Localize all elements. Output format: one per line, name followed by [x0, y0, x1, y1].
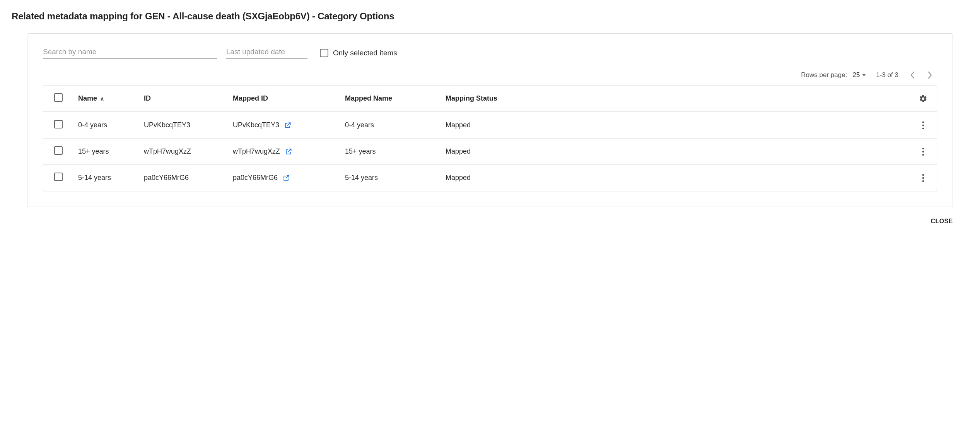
close-button[interactable]: CLOSE — [927, 215, 957, 228]
next-page-button[interactable] — [926, 70, 934, 80]
svg-point-5 — [922, 154, 924, 155]
cell-status: Mapped — [446, 121, 910, 129]
svg-point-4 — [922, 151, 924, 152]
pager: Rows per page: 25 1-3 of 3 — [27, 62, 953, 85]
cell-mapped-name: 15+ years — [345, 147, 446, 156]
row-checkbox[interactable] — [54, 120, 63, 128]
chevron-left-icon — [910, 71, 915, 79]
pager-range: 1-3 of 3 — [876, 71, 898, 79]
only-selected-filter: Only selected items — [320, 49, 397, 59]
open-in-new-icon — [285, 148, 292, 156]
cell-mapped-id: UPvKbcqTEY3 — [233, 121, 345, 129]
svg-point-8 — [922, 180, 924, 181]
svg-point-3 — [922, 147, 924, 149]
cell-name: 15+ years — [78, 147, 144, 156]
chevron-right-icon — [928, 71, 932, 79]
more-vert-icon — [922, 174, 924, 182]
svg-point-7 — [922, 177, 924, 178]
open-in-new-icon — [282, 174, 290, 182]
column-header-mapped-id[interactable]: Mapped ID — [233, 94, 345, 103]
select-all-checkbox[interactable] — [54, 93, 63, 102]
table-row: 15+ years wTpH7wugXzZ wTpH7wugXzZ 15+ ye… — [43, 139, 937, 165]
dialog-title: Related metadata mapping for GEN - All-c… — [12, 11, 968, 22]
cell-name: 0-4 years — [78, 121, 144, 129]
cell-id: wTpH7wugXzZ — [144, 147, 233, 156]
search-input[interactable] — [43, 45, 217, 59]
cell-mapped-name: 0-4 years — [345, 121, 446, 129]
rows-per-page: Rows per page: 25 — [801, 71, 866, 79]
cell-mapped-name: 5-14 years — [345, 174, 446, 182]
column-header-name[interactable]: Name ∧ — [78, 94, 144, 103]
cell-status: Mapped — [446, 174, 910, 182]
sort-asc-icon: ∧ — [100, 96, 104, 102]
open-mapped-id-button[interactable] — [284, 122, 292, 129]
table-row: 5-14 years pa0cY66MrG6 pa0cY66MrG6 5-14 … — [43, 165, 937, 191]
dropdown-icon — [862, 74, 866, 76]
more-vert-icon — [922, 147, 924, 156]
more-vert-icon — [922, 121, 924, 130]
open-in-new-icon — [284, 122, 292, 129]
rows-per-page-label: Rows per page: — [801, 71, 847, 79]
column-header-mapped-name[interactable]: Mapped Name — [345, 94, 446, 103]
svg-point-6 — [922, 174, 924, 175]
svg-point-2 — [922, 127, 924, 129]
table-header: Name ∧ ID Mapped ID Mapped Name Mapping … — [43, 86, 937, 112]
content-card: Only selected items Rows per page: 25 1-… — [27, 33, 953, 207]
dialog: Related metadata mapping for GEN - All-c… — [0, 0, 980, 236]
open-mapped-id-button[interactable] — [285, 148, 292, 156]
cell-status: Mapped — [446, 147, 910, 156]
cell-id: pa0cY66MrG6 — [144, 174, 233, 182]
row-actions-button[interactable] — [910, 147, 937, 156]
cell-mapped-id: pa0cY66MrG6 — [233, 174, 345, 182]
row-actions-button[interactable] — [910, 174, 937, 182]
svg-point-1 — [922, 124, 924, 126]
only-selected-checkbox[interactable] — [320, 49, 328, 57]
row-checkbox[interactable] — [54, 173, 63, 181]
rows-per-page-value: 25 — [852, 71, 860, 79]
cell-mapped-id: wTpH7wugXzZ — [233, 147, 345, 156]
rows-per-page-select[interactable]: 25 — [852, 71, 866, 79]
prev-page-button[interactable] — [908, 70, 916, 80]
only-selected-label: Only selected items — [333, 49, 397, 57]
gear-icon — [919, 94, 927, 103]
open-mapped-id-button[interactable] — [282, 174, 290, 182]
row-actions-button[interactable] — [910, 121, 937, 130]
table-settings-button[interactable] — [910, 94, 937, 103]
row-checkbox[interactable] — [54, 146, 63, 155]
column-header-id[interactable]: ID — [144, 94, 233, 103]
svg-point-0 — [922, 121, 924, 123]
table: Name ∧ ID Mapped ID Mapped Name Mapping … — [43, 85, 937, 191]
table-row: 0-4 years UPvKbcqTEY3 UPvKbcqTEY3 0-4 ye… — [43, 112, 937, 139]
dialog-footer: CLOSE — [12, 207, 968, 232]
cell-id: UPvKbcqTEY3 — [144, 121, 233, 129]
column-header-status[interactable]: Mapping Status — [446, 94, 910, 103]
last-updated-date-input[interactable] — [226, 45, 307, 59]
filters-bar: Only selected items — [27, 45, 953, 62]
cell-name: 5-14 years — [78, 174, 144, 182]
